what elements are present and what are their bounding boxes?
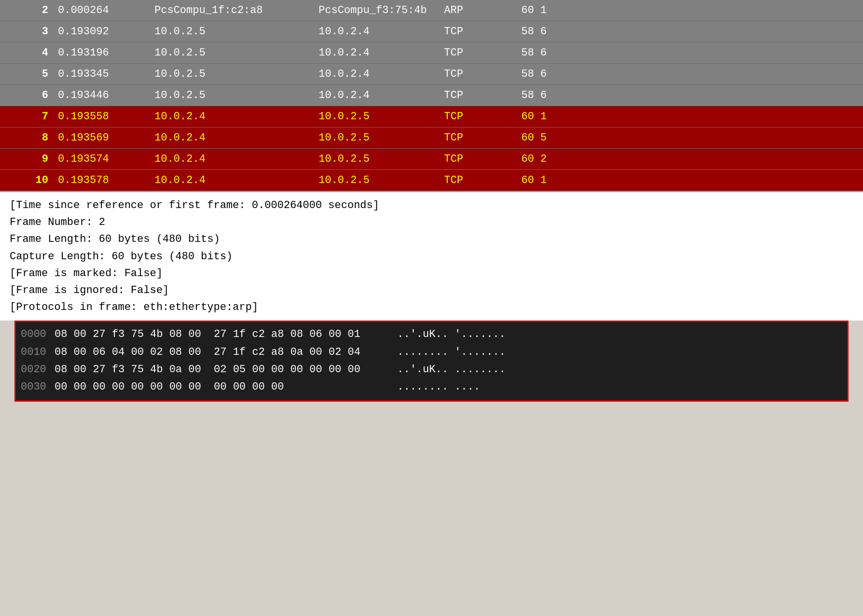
- hex-bytes: 08 00 27 f3 75 4b 0a 00 02 05 00 00 00 0…: [55, 361, 383, 378]
- detail-line: [Time since reference or first frame: 0.…: [10, 197, 853, 214]
- table-row[interactable]: 7 0.193558 10.0.2.4 10.0.2.5 TCP 60 1: [0, 106, 863, 127]
- packet-proto: TCP: [444, 111, 521, 123]
- packet-dst: PcsCompu_f3:75:4b: [319, 4, 444, 16]
- hex-ascii: ..'.uK.. '.......: [397, 326, 505, 343]
- packet-src: 10.0.2.4: [154, 132, 319, 144]
- packet-len: 58 6: [521, 26, 579, 38]
- packet-src: 10.0.2.5: [154, 68, 319, 80]
- packet-proto: TCP: [444, 47, 521, 59]
- hex-offset: 0020: [21, 361, 50, 378]
- packet-len: 60 1: [521, 174, 579, 186]
- packet-no: 3: [0, 26, 58, 38]
- packet-time: 0.193196: [58, 47, 154, 59]
- packet-len: 58 6: [521, 68, 579, 80]
- hex-offset: 0030: [21, 378, 50, 396]
- detail-line: Capture Length: 60 bytes (480 bits): [10, 248, 853, 265]
- hex-bytes: 08 00 27 f3 75 4b 08 00 27 1f c2 a8 08 0…: [55, 326, 383, 343]
- packet-src: 10.0.2.4: [154, 111, 319, 123]
- packet-time: 0.193446: [58, 89, 154, 101]
- hex-row: 0010 08 00 06 04 00 02 08 00 27 1f c2 a8…: [21, 344, 842, 361]
- detail-line: [Protocols in frame: eth:ethertype:arp]: [10, 299, 853, 316]
- packet-src: 10.0.2.4: [154, 153, 319, 165]
- table-row[interactable]: 2 0.000264 PcsCompu_1f:c2:a8 PcsCompu_f3…: [0, 0, 863, 21]
- hex-row: 0020 08 00 27 f3 75 4b 0a 00 02 05 00 00…: [21, 361, 842, 378]
- packet-no: 9: [0, 153, 58, 165]
- packet-no: 7: [0, 111, 58, 123]
- table-row[interactable]: 3 0.193092 10.0.2.5 10.0.2.4 TCP 58 6: [0, 21, 863, 42]
- packet-dst: 10.0.2.4: [319, 89, 444, 101]
- detail-line: [Frame is ignored: False]: [10, 282, 853, 299]
- hex-offset: 0010: [21, 344, 50, 361]
- packet-len: 60 1: [521, 4, 579, 16]
- table-row[interactable]: 10 0.193578 10.0.2.4 10.0.2.5 TCP 60 1: [0, 170, 863, 191]
- packet-proto: TCP: [444, 68, 521, 80]
- detail-panel: [Time since reference or first frame: 0.…: [0, 191, 863, 321]
- packet-len: 60 2: [521, 153, 579, 165]
- hex-row: 0030 00 00 00 00 00 00 00 00 00 00 00 00…: [21, 378, 842, 396]
- hex-ascii: ..'.uK.. ........: [397, 361, 505, 378]
- detail-line: [Frame is marked: False]: [10, 265, 853, 282]
- packet-proto: TCP: [444, 153, 521, 165]
- packet-src: 10.0.2.5: [154, 89, 319, 101]
- packet-src: 10.0.2.5: [154, 26, 319, 38]
- packet-len: 60 5: [521, 132, 579, 144]
- packet-no: 8: [0, 132, 58, 144]
- hex-panel: 0000 08 00 27 f3 75 4b 08 00 27 1f c2 a8…: [16, 322, 847, 400]
- packet-proto: ARP: [444, 4, 521, 16]
- hex-ascii: ........ ....: [397, 378, 480, 396]
- packet-time: 0.193569: [58, 132, 154, 144]
- packet-dst: 10.0.2.4: [319, 26, 444, 38]
- packet-dst: 10.0.2.5: [319, 153, 444, 165]
- detail-line: Frame Number: 2: [10, 214, 853, 231]
- hex-offset: 0000: [21, 326, 50, 343]
- packet-dst: 10.0.2.5: [319, 111, 444, 123]
- packet-dst: 10.0.2.5: [319, 132, 444, 144]
- packet-time: 0.000264: [58, 4, 154, 16]
- packet-no: 5: [0, 68, 58, 80]
- packet-time: 0.193574: [58, 153, 154, 165]
- hex-bytes: 00 00 00 00 00 00 00 00 00 00 00 00: [55, 378, 383, 396]
- packet-proto: TCP: [444, 174, 521, 186]
- packet-src: 10.0.2.5: [154, 47, 319, 59]
- packet-time: 0.193092: [58, 26, 154, 38]
- detail-line: Frame Length: 60 bytes (480 bits): [10, 231, 853, 248]
- packet-dst: 10.0.2.4: [319, 68, 444, 80]
- packet-proto: TCP: [444, 132, 521, 144]
- table-row[interactable]: 6 0.193446 10.0.2.5 10.0.2.4 TCP 58 6: [0, 85, 863, 106]
- packet-no: 2: [0, 4, 58, 16]
- bottom-area: [0, 402, 863, 498]
- packet-len: 60 1: [521, 111, 579, 123]
- packet-proto: TCP: [444, 89, 521, 101]
- packet-time: 0.193578: [58, 174, 154, 186]
- packet-src: 10.0.2.4: [154, 174, 319, 186]
- hex-panel-wrapper: 0000 08 00 27 f3 75 4b 08 00 27 1f c2 a8…: [14, 321, 849, 401]
- packet-len: 58 6: [521, 89, 579, 101]
- packet-no: 6: [0, 89, 58, 101]
- packet-dst: 10.0.2.4: [319, 47, 444, 59]
- packet-src: PcsCompu_1f:c2:a8: [154, 4, 319, 16]
- packet-no: 10: [0, 174, 58, 186]
- table-row[interactable]: 9 0.193574 10.0.2.4 10.0.2.5 TCP 60 2: [0, 149, 863, 170]
- packet-time: 0.193558: [58, 111, 154, 123]
- packet-len: 58 6: [521, 47, 579, 59]
- packet-time: 0.193345: [58, 68, 154, 80]
- hex-ascii: ........ '.......: [397, 344, 505, 361]
- table-row[interactable]: 4 0.193196 10.0.2.5 10.0.2.4 TCP 58 6: [0, 42, 863, 64]
- hex-row: 0000 08 00 27 f3 75 4b 08 00 27 1f c2 a8…: [21, 326, 842, 343]
- packet-list: 2 0.000264 PcsCompu_1f:c2:a8 PcsCompu_f3…: [0, 0, 863, 191]
- packet-no: 4: [0, 47, 58, 59]
- table-row[interactable]: 5 0.193345 10.0.2.5 10.0.2.4 TCP 58 6: [0, 64, 863, 85]
- table-row[interactable]: 8 0.193569 10.0.2.4 10.0.2.5 TCP 60 5: [0, 127, 863, 149]
- packet-dst: 10.0.2.5: [319, 174, 444, 186]
- packet-proto: TCP: [444, 26, 521, 38]
- hex-bytes: 08 00 06 04 00 02 08 00 27 1f c2 a8 0a 0…: [55, 344, 383, 361]
